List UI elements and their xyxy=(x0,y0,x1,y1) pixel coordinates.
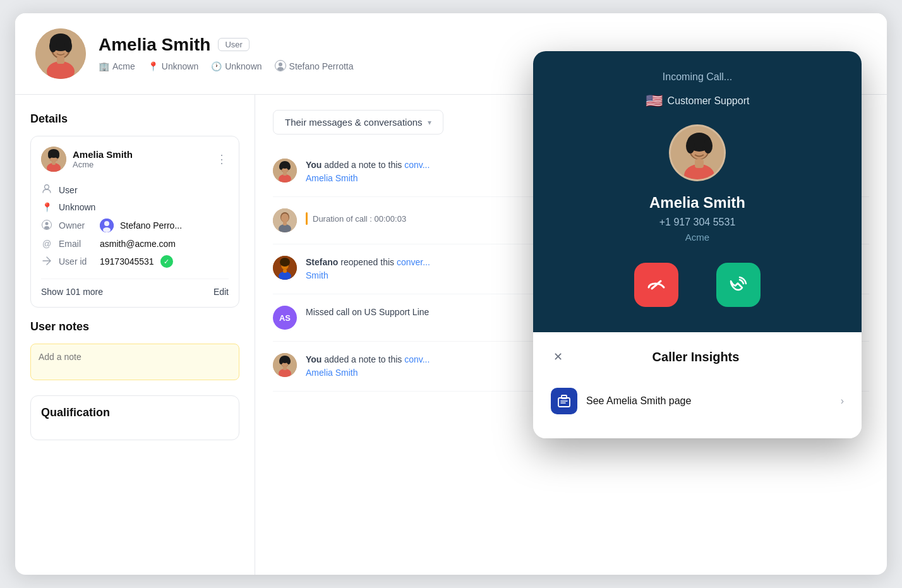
incoming-call-modal: Incoming Call... 🇺🇸 Customer Support xyxy=(533,51,862,438)
flag-icon: 🇺🇸 xyxy=(646,93,663,109)
svg-point-23 xyxy=(45,185,49,189)
conv-avatar-1 xyxy=(273,159,297,183)
svg-point-63 xyxy=(694,147,697,150)
location-row: 📍 Unknown xyxy=(41,199,229,215)
svg-point-64 xyxy=(702,147,706,150)
svg-point-46 xyxy=(280,258,290,267)
role-icon xyxy=(41,184,52,196)
call-status-text: Incoming Call... xyxy=(553,71,841,83)
conv-avatar-4: AS xyxy=(273,306,297,330)
svg-point-26 xyxy=(44,226,49,229)
contact-card-header: Amelia Smith Acme ⋮ xyxy=(41,147,229,172)
contact-card: Amelia Smith Acme ⋮ User xyxy=(30,136,239,308)
profile-avatar xyxy=(35,28,86,79)
decline-call-button[interactable] xyxy=(634,263,678,307)
owner-label: Owner xyxy=(59,220,93,231)
dropdown-arrow-icon: ▾ xyxy=(428,118,431,127)
svg-point-20 xyxy=(55,156,56,157)
svg-point-17 xyxy=(48,152,52,159)
messages-dropdown-label: Their messages & conversations xyxy=(285,117,423,128)
conv-link-1[interactable]: conv... xyxy=(404,160,430,170)
yellow-bar-icon xyxy=(306,212,308,225)
role-value: User xyxy=(59,185,78,195)
email-label: Email xyxy=(59,239,93,249)
call-company-name: Acme xyxy=(553,232,841,243)
insights-link-text: See Amelia Smith page xyxy=(586,395,691,407)
call-phone-number: +1 917 304 5531 xyxy=(553,217,841,228)
conv-person-link-1[interactable]: Amelia Smith xyxy=(306,173,358,183)
svg-point-18 xyxy=(56,152,59,159)
conv-person-link-3[interactable]: Smith xyxy=(306,270,328,280)
profile-meta: 🏢 Acme 📍 Unknown 🕐 Unknown xyxy=(99,60,354,73)
userid-label: User id xyxy=(59,256,93,267)
svg-point-8 xyxy=(55,47,57,49)
location-meta: 📍 Unknown xyxy=(148,61,198,71)
qualification-section: Qualification xyxy=(30,395,239,440)
owner-row: Owner Stefano Perro... xyxy=(41,215,229,236)
svg-point-29 xyxy=(103,227,111,232)
location-icon: 📍 xyxy=(148,61,159,71)
accept-call-button[interactable] xyxy=(716,263,761,307)
owner-avatar-small xyxy=(100,219,114,232)
svg-rect-66 xyxy=(695,159,704,168)
caller-insights-panel: ✕ Caller Insights See Amelia Smith page … xyxy=(533,332,862,438)
insights-link-item[interactable]: See Amelia Smith page › xyxy=(551,379,844,423)
svg-point-54 xyxy=(287,358,291,364)
detail-location-icon: 📍 xyxy=(41,202,52,212)
close-insights-button[interactable]: ✕ xyxy=(551,347,565,366)
insights-header: ✕ Caller Insights xyxy=(551,347,844,366)
user-notes-title: User notes xyxy=(30,320,239,333)
svg-rect-68 xyxy=(558,398,570,407)
whatsapp-icon[interactable]: ✓ xyxy=(160,255,173,268)
role-row: User xyxy=(41,181,229,199)
profile-name: Amelia Smith User xyxy=(99,35,354,55)
conv-avatar-2 xyxy=(273,208,297,232)
company-meta: 🏢 Acme xyxy=(99,61,135,71)
conv-link-3[interactable]: conver... xyxy=(397,257,430,267)
svg-point-61 xyxy=(686,138,695,153)
call-avatar xyxy=(669,124,726,181)
call-top-panel: Incoming Call... 🇺🇸 Customer Support xyxy=(533,51,862,332)
more-options-button[interactable]: ⋮ xyxy=(216,152,229,166)
show-more-button[interactable]: Show 101 more xyxy=(41,287,103,297)
contact-name-block: Amelia Smith Acme xyxy=(73,149,133,169)
call-source: 🇺🇸 Customer Support xyxy=(553,93,841,109)
svg-point-25 xyxy=(45,222,49,225)
conv-person-link-5[interactable]: Amelia Smith xyxy=(306,368,358,378)
svg-rect-48 xyxy=(283,269,287,273)
call-actions xyxy=(553,263,841,307)
detail-owner-icon xyxy=(41,220,52,232)
call-caller-name: Amelia Smith xyxy=(553,194,841,212)
svg-rect-69 xyxy=(562,395,567,399)
svg-rect-22 xyxy=(52,161,56,165)
details-panel: Details xyxy=(15,95,255,575)
notes-input[interactable] xyxy=(30,344,239,380)
conv-link-5[interactable]: conv... xyxy=(404,354,430,364)
svg-point-28 xyxy=(104,221,109,226)
edit-button[interactable]: Edit xyxy=(213,287,229,297)
conv-avatar-5 xyxy=(273,353,297,377)
svg-point-53 xyxy=(279,358,283,364)
svg-point-9 xyxy=(64,47,66,49)
svg-rect-37 xyxy=(283,172,287,176)
location-value: Unknown xyxy=(59,202,95,212)
svg-point-34 xyxy=(279,164,283,170)
userid-value: 19173045531 xyxy=(100,256,154,267)
svg-point-35 xyxy=(287,164,291,170)
contact-company: Acme xyxy=(73,160,133,169)
details-title: Details xyxy=(30,112,239,126)
svg-point-62 xyxy=(704,138,713,153)
svg-point-12 xyxy=(277,67,284,71)
svg-point-40 xyxy=(281,213,289,222)
email-value: asmith@acme.com xyxy=(100,239,176,249)
svg-point-11 xyxy=(279,63,282,66)
card-footer: Show 101 more Edit xyxy=(41,279,229,297)
call-source-text: Customer Support xyxy=(668,95,750,107)
email-icon: @ xyxy=(41,239,52,249)
building-icon: 🏢 xyxy=(99,61,109,71)
messages-dropdown-button[interactable]: Their messages & conversations ▾ xyxy=(273,110,443,135)
userid-row: User id 19173045531 ✓ xyxy=(41,252,229,271)
call-duration-text: Duration of call : 00:00:03 xyxy=(313,214,406,224)
insights-link-icon xyxy=(551,388,577,414)
email-row: @ Email asmith@acme.com xyxy=(41,236,229,252)
